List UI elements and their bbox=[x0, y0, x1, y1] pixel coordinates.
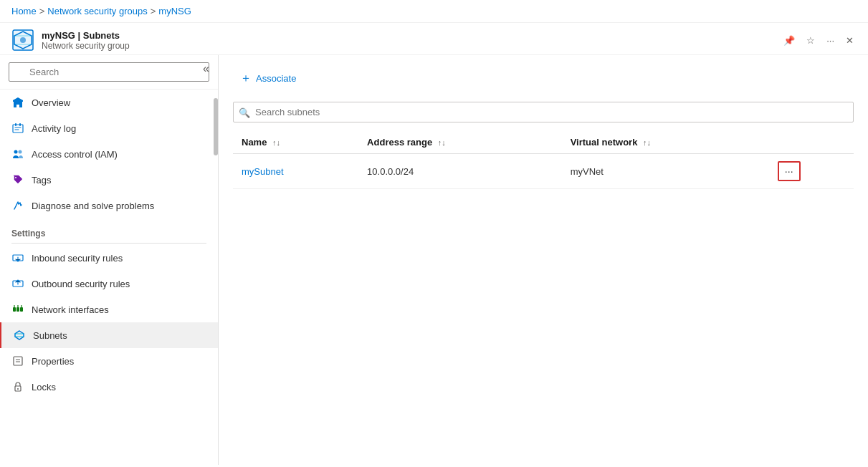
locks-label: Locks bbox=[32, 382, 56, 393]
settings-section-label: Settings bbox=[0, 218, 218, 241]
table-row: mySubnet 10.0.0.0/24 myVNet ··· bbox=[233, 154, 854, 189]
header-title-group: myNSG | Subnets Network security group bbox=[42, 30, 781, 51]
overview-icon bbox=[11, 96, 24, 109]
main-layout: 🔍 « Overview Activity log Access control bbox=[0, 55, 868, 465]
nav-tags[interactable]: Tags bbox=[0, 167, 218, 193]
collapse-sidebar-button[interactable]: « bbox=[203, 62, 209, 75]
inbound-rules-label: Inbound security rules bbox=[32, 253, 123, 264]
header-actions: 📌 ☆ ··· ✕ bbox=[781, 32, 857, 49]
favorite-button[interactable]: ☆ bbox=[803, 32, 818, 49]
network-interfaces-icon bbox=[11, 303, 24, 316]
properties-icon bbox=[11, 355, 24, 367]
subnet-name-cell: mySubnet bbox=[233, 154, 358, 189]
svg-rect-14 bbox=[16, 307, 19, 312]
row-actions-cell: ··· bbox=[769, 154, 854, 189]
associate-label: Associate bbox=[256, 73, 296, 84]
svg-marker-19 bbox=[15, 331, 24, 340]
sort-vnet-icon[interactable]: ↑↓ bbox=[643, 138, 651, 147]
diagnose-label: Diagnose and solve problems bbox=[32, 201, 154, 211]
outbound-rules-label: Outbound security rules bbox=[32, 279, 130, 289]
search-subnets-wrapper: 🔍 bbox=[233, 102, 854, 122]
settings-divider bbox=[11, 243, 206, 244]
sort-address-icon[interactable]: ↑↓ bbox=[438, 138, 446, 147]
nav-network-interfaces[interactable]: Network interfaces bbox=[0, 297, 218, 322]
activity-log-label: Activity log bbox=[32, 123, 76, 134]
nav-locks[interactable]: Locks bbox=[0, 374, 218, 400]
address-range-cell: 10.0.0.0/24 bbox=[358, 154, 562, 189]
pin-button[interactable]: 📌 bbox=[781, 32, 798, 49]
svg-rect-5 bbox=[13, 125, 23, 133]
network-interfaces-label: Network interfaces bbox=[32, 304, 109, 315]
col-address-range: Address range ↑↓ bbox=[358, 131, 562, 154]
breadcrumb: Home > Network security groups > myNSG bbox=[0, 0, 868, 23]
more-options-button[interactable]: ··· bbox=[824, 32, 837, 49]
breadcrumb-mynsg[interactable]: myNSG bbox=[158, 6, 191, 16]
plus-icon: ＋ bbox=[240, 71, 252, 86]
page-title: myNSG | Subnets bbox=[42, 30, 781, 41]
page-subtitle: Network security group bbox=[42, 41, 781, 51]
svg-rect-7 bbox=[19, 123, 21, 126]
address-range-value: 10.0.0.0/24 bbox=[367, 166, 414, 177]
sort-name-icon[interactable]: ↑↓ bbox=[272, 138, 280, 147]
sidebar: 🔍 « Overview Activity log Access control bbox=[0, 55, 219, 465]
virtual-network-value: myVNet bbox=[571, 166, 604, 177]
access-control-label: Access control (IAM) bbox=[32, 149, 118, 160]
breadcrumb-home[interactable]: Home bbox=[11, 6, 37, 16]
col-virtual-network: Virtual network ↑↓ bbox=[562, 131, 769, 154]
nsg-icon bbox=[11, 29, 34, 52]
svg-rect-15 bbox=[20, 307, 23, 312]
content-area: ＋ Associate 🔍 Name ↑↓ Address range ↑↓ bbox=[219, 55, 868, 465]
nav-properties[interactable]: Properties bbox=[0, 348, 218, 374]
search-subnets-input[interactable] bbox=[233, 102, 854, 122]
sidebar-search-area: 🔍 « bbox=[0, 55, 218, 90]
subnets-table: Name ↑↓ Address range ↑↓ Virtual network… bbox=[233, 131, 854, 189]
nav-access-control[interactable]: Access control (IAM) bbox=[0, 141, 218, 167]
overview-label: Overview bbox=[32, 97, 70, 108]
virtual-network-cell: myVNet bbox=[562, 154, 769, 189]
nav-diagnose[interactable]: Diagnose and solve problems bbox=[0, 193, 218, 218]
table-header: Name ↑↓ Address range ↑↓ Virtual network… bbox=[233, 131, 854, 154]
diagnose-icon bbox=[11, 199, 24, 212]
table-body: mySubnet 10.0.0.0/24 myVNet ··· bbox=[233, 154, 854, 189]
sidebar-scrollbar bbox=[214, 98, 218, 155]
svg-rect-22 bbox=[14, 357, 22, 365]
nav-subnets[interactable]: Subnets bbox=[0, 322, 218, 348]
inbound-icon bbox=[11, 251, 24, 264]
outbound-icon bbox=[11, 277, 24, 290]
breadcrumb-nsg[interactable]: Network security groups bbox=[47, 6, 147, 16]
content-toolbar: ＋ Associate bbox=[233, 67, 854, 90]
svg-point-2 bbox=[20, 37, 26, 43]
svg-rect-13 bbox=[13, 307, 16, 312]
subnets-icon bbox=[13, 329, 26, 342]
tags-label: Tags bbox=[32, 175, 51, 186]
associate-button[interactable]: ＋ Associate bbox=[233, 67, 303, 90]
access-control-icon bbox=[11, 148, 24, 160]
svg-point-9 bbox=[19, 150, 22, 154]
locks-icon bbox=[11, 380, 24, 393]
search-input[interactable] bbox=[9, 62, 209, 82]
activity-log-icon bbox=[11, 122, 24, 135]
tags-icon bbox=[11, 173, 24, 186]
col-actions bbox=[769, 131, 854, 154]
nav-overview[interactable]: Overview bbox=[0, 90, 218, 115]
svg-point-10 bbox=[15, 177, 16, 178]
col-name: Name ↑↓ bbox=[233, 131, 358, 154]
nav-outbound-rules[interactable]: Outbound security rules bbox=[0, 271, 218, 297]
close-button[interactable]: ✕ bbox=[843, 32, 857, 49]
row-more-button[interactable]: ··· bbox=[778, 161, 801, 181]
nav-inbound-rules[interactable]: Inbound security rules bbox=[0, 245, 218, 271]
properties-label: Properties bbox=[32, 356, 74, 367]
search-wrapper: 🔍 bbox=[9, 62, 209, 82]
nav-activity-log[interactable]: Activity log bbox=[0, 115, 218, 141]
page-header: myNSG | Subnets Network security group 📌… bbox=[0, 23, 868, 55]
svg-rect-6 bbox=[15, 123, 16, 126]
svg-point-8 bbox=[14, 150, 18, 154]
svg-point-26 bbox=[17, 388, 19, 390]
subnets-label: Subnets bbox=[33, 330, 67, 341]
subnet-name-link[interactable]: mySubnet bbox=[242, 166, 284, 177]
